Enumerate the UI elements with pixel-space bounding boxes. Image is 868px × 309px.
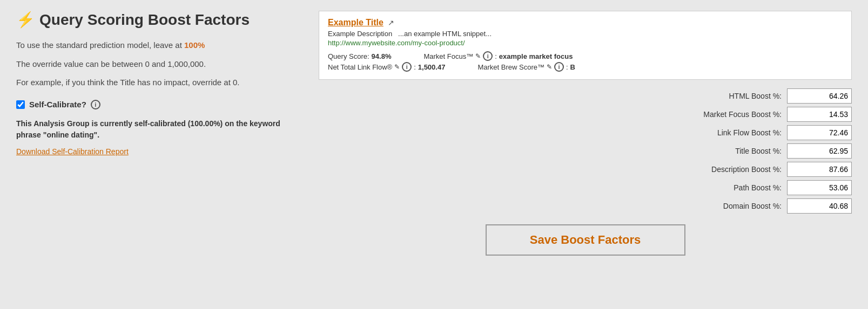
query-score-label: Query Score: — [328, 52, 369, 60]
market-brew-score-info-icon[interactable]: i — [554, 62, 564, 72]
example-box: Example Title ↗ Example Description ...a… — [319, 11, 852, 80]
example-title-link[interactable]: Example Title — [328, 18, 383, 28]
example-meta-row-2: Net Total Link Flow® ✎ i : 1,500.47 Mark… — [328, 62, 843, 72]
market-focus-info-icon[interactable]: i — [483, 51, 493, 61]
boost-row: HTML Boost %: — [614, 88, 852, 104]
net-total-link-flow-item: Net Total Link Flow® ✎ i : 1,500.47 — [328, 62, 445, 72]
boost-row: Market Focus Boost %: — [614, 107, 852, 122]
query-score-item: Query Score: 94.8% — [328, 51, 391, 61]
example-meta-row-1: Query Score: 94.8% Market Focus™ ✎ i : e… — [328, 51, 843, 61]
market-brew-score-pencil-icon[interactable]: ✎ — [547, 63, 552, 71]
page-title-container: ⚡ Query Scoring Boost Factors — [16, 11, 297, 29]
description-line-2: The override value can be between 0 and … — [16, 58, 297, 71]
example-description: Example Description ...an example HTML s… — [328, 30, 843, 38]
save-boost-factors-button[interactable]: Save Boost Factors — [486, 224, 685, 256]
boost-input[interactable] — [787, 88, 852, 104]
market-focus-colon: : — [495, 52, 497, 60]
market-focus-label: Market Focus™ — [423, 52, 473, 60]
boost-label: Path Boost %: — [674, 183, 782, 192]
boost-row: Link Flow Boost %: — [614, 125, 852, 140]
boost-label: Title Boost %: — [674, 147, 782, 155]
market-brew-score-label: Market Brew Score™ — [477, 63, 544, 71]
boost-input[interactable] — [787, 180, 852, 195]
query-score-value: 94.8% — [372, 52, 392, 60]
market-brew-score-item: Market Brew Score™ ✎ i : B — [477, 62, 575, 72]
boost-label: Domain Boost %: — [674, 202, 782, 210]
net-total-link-flow-colon: : — [414, 63, 416, 71]
self-calibrate-checkbox[interactable] — [16, 100, 25, 109]
market-brew-score-colon: : — [566, 63, 568, 71]
boost-factors-section: HTML Boost %:Market Focus Boost %:Link F… — [614, 88, 852, 214]
market-focus-pencil-icon[interactable]: ✎ — [475, 52, 481, 60]
net-total-link-flow-info-icon[interactable]: i — [402, 62, 412, 72]
self-calibrate-row: Self-Calibrate? i — [16, 100, 297, 109]
self-calibrate-info-icon[interactable]: i — [91, 100, 100, 109]
description-line-1: To use the standard prediction model, le… — [16, 39, 297, 52]
boost-label: HTML Boost %: — [674, 92, 782, 100]
net-total-link-flow-pencil-icon[interactable]: ✎ — [394, 63, 400, 71]
calibration-text: This Analysis Group is currently self-ca… — [16, 118, 297, 141]
highlight-100: 100% — [184, 40, 205, 50]
boost-label: Link Flow Boost %: — [674, 128, 782, 137]
net-total-link-flow-value: 1,500.47 — [418, 63, 446, 71]
boost-label: Description Boost %: — [674, 165, 782, 174]
external-link-icon[interactable]: ↗ — [388, 18, 394, 27]
market-focus-item: Market Focus™ ✎ i : example market focus — [423, 51, 573, 61]
net-total-link-flow-label: Net Total Link Flow® — [328, 63, 392, 71]
boost-label: Market Focus Boost %: — [674, 110, 782, 119]
example-url[interactable]: http://www.mywebsite.com/my-cool-product… — [328, 39, 843, 47]
page-title: Query Scoring Boost Factors — [39, 11, 250, 29]
market-brew-score-value: B — [570, 63, 575, 71]
boost-row: Path Boost %: — [614, 180, 852, 195]
example-title-row: Example Title ↗ — [328, 18, 843, 28]
boost-input[interactable] — [787, 143, 852, 159]
boost-row: Description Boost %: — [614, 162, 852, 177]
boost-row: Title Boost %: — [614, 143, 852, 159]
boost-input[interactable] — [787, 162, 852, 177]
boost-input[interactable] — [787, 107, 852, 122]
save-button-container: Save Boost Factors — [319, 224, 852, 256]
boost-row: Domain Boost %: — [614, 198, 852, 214]
bolt-icon: ⚡ — [16, 11, 35, 29]
market-focus-value: example market focus — [499, 52, 573, 60]
right-panel: Example Title ↗ Example Description ...a… — [319, 11, 852, 298]
description-line-3: For example, if you think the Title has … — [16, 77, 297, 89]
self-calibrate-label: Self-Calibrate? — [29, 100, 86, 109]
boost-input[interactable] — [787, 198, 852, 214]
boost-input[interactable] — [787, 125, 852, 140]
left-panel: ⚡ Query Scoring Boost Factors To use the… — [16, 11, 297, 298]
page-container: ⚡ Query Scoring Boost Factors To use the… — [0, 0, 868, 309]
download-self-calibration-link[interactable]: Download Self-Calibration Report — [16, 147, 297, 156]
